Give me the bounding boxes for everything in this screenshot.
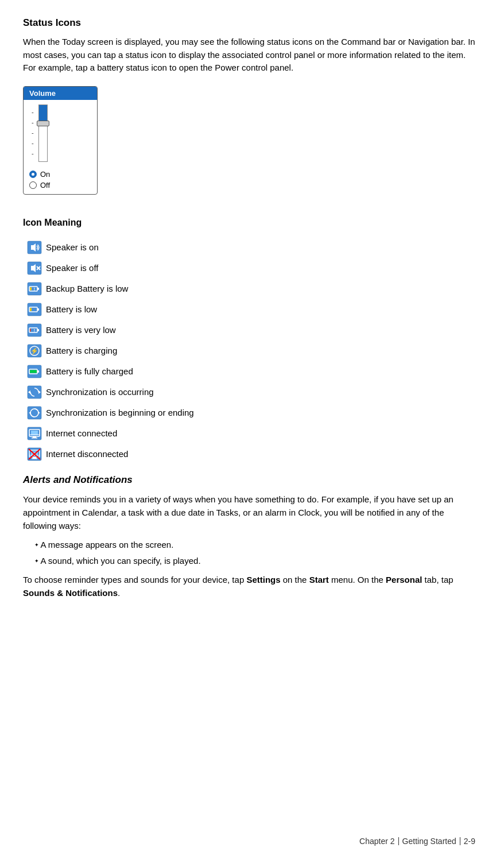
svg-rect-43 <box>33 457 36 458</box>
footer: Chapter 2 Getting Started 2-9 <box>359 837 475 846</box>
svg-text:⚡: ⚡ <box>30 347 38 355</box>
tick: - <box>32 130 34 136</box>
icon-row-speaker-on: Speaker is on <box>23 237 475 258</box>
radio-on-circle[interactable] <box>29 171 37 178</box>
radio-off[interactable]: Off <box>29 181 50 189</box>
tick: - <box>32 119 34 126</box>
settings-bold: Settings <box>246 575 280 585</box>
svg-rect-9 <box>30 287 32 290</box>
alerts-title: Alerts and Notifications <box>23 474 475 486</box>
backup-battery-low-label: Backup Battery is low <box>46 282 128 295</box>
icon-row-battery-charging: ⚡ Battery is charging <box>23 340 475 361</box>
internet-disconnected-icon <box>23 447 46 461</box>
internet-connected-label: Internet connected <box>46 427 117 439</box>
icon-row-battery-low: Battery is low <box>23 299 475 320</box>
svg-text:!: ! <box>34 287 35 291</box>
backup-battery-low-icon: ! <box>23 282 46 296</box>
svg-rect-25 <box>37 370 39 373</box>
volume-slider-track[interactable] <box>38 105 48 162</box>
battery-low-icon <box>23 303 46 316</box>
icon-row-backup-battery-low: ! Backup Battery is low <box>23 278 475 299</box>
tick-marks: - - - - - <box>32 105 34 162</box>
radio-off-circle[interactable] <box>29 181 37 189</box>
battery-charging-icon: ⚡ <box>23 344 46 358</box>
sync-occurring-label: Synchronization is occurring <box>46 386 154 398</box>
slider-handle[interactable] <box>37 121 49 126</box>
icon-list: Speaker is on Speaker is off ! Backup Ba… <box>23 237 475 465</box>
battery-full-icon <box>23 365 46 378</box>
internet-connected-icon <box>23 427 46 440</box>
bullet-1: A message appears on the screen. <box>34 538 475 551</box>
sync-begin-end-icon <box>23 406 46 420</box>
svg-text:!: ! <box>34 328 35 332</box>
speaker-off-label: Speaker is off <box>46 262 98 274</box>
battery-very-low-icon: ! <box>23 323 46 337</box>
volume-panel: Volume - - - - - On Off <box>23 86 98 195</box>
battery-very-low-label: Battery is very low <box>46 324 116 336</box>
svg-rect-14 <box>30 308 32 311</box>
radio-on[interactable]: On <box>29 170 50 179</box>
battery-charging-label: Battery is charging <box>46 345 117 357</box>
svg-rect-44 <box>32 458 37 459</box>
page-title: Status Icons <box>23 17 475 29</box>
bullet-2: A sound, which you can specify, is playe… <box>34 554 475 567</box>
icon-row-sync-occurring: Synchronization is occurring <box>23 382 475 403</box>
icon-row-speaker-off: Speaker is off <box>23 258 475 278</box>
speaker-off-icon <box>23 261 46 275</box>
sounds-bold: Sounds & Notifications <box>23 588 118 598</box>
tick: - <box>32 109 34 115</box>
sync-begin-end-label: Synchronization is beginning or ending <box>46 407 194 419</box>
sync-occurring-icon <box>23 385 46 399</box>
slider-fill <box>39 105 47 122</box>
svg-rect-26 <box>30 370 37 373</box>
footer-divider <box>398 837 399 845</box>
icon-row-sync-begin-end: Synchronization is beginning or ending <box>23 403 475 423</box>
radio-group: On Off <box>29 170 50 189</box>
tick: - <box>32 150 34 157</box>
icon-row-battery-full: Battery is fully charged <box>23 361 475 382</box>
start-bold: Start <box>309 575 329 585</box>
alerts-body2: To choose reminder types and sounds for … <box>23 573 475 600</box>
alerts-body1: Your device reminds you in a variety of … <box>23 493 475 533</box>
svg-rect-37 <box>33 436 36 438</box>
footer-divider2 <box>460 837 460 845</box>
svg-rect-17 <box>37 329 39 331</box>
speaker-on-label: Speaker is on <box>46 241 99 253</box>
internet-disconnected-label: Internet disconnected <box>46 448 128 460</box>
speaker-on-icon <box>23 241 46 254</box>
volume-title: Volume <box>24 87 97 100</box>
icon-row-internet-disconnected: Internet disconnected <box>23 444 475 465</box>
radio-off-label: Off <box>40 181 50 189</box>
footer-chapter: Chapter 2 <box>359 837 394 846</box>
footer-section: Getting Started <box>402 837 456 846</box>
radio-on-label: On <box>40 170 50 179</box>
svg-rect-13 <box>37 308 39 311</box>
personal-bold: Personal <box>386 575 422 585</box>
svg-rect-38 <box>32 438 37 439</box>
svg-rect-8 <box>37 288 39 290</box>
icon-meaning-title: Icon Meaning <box>23 218 475 228</box>
icon-row-internet-connected: Internet connected <box>23 423 475 444</box>
alerts-bullets: A message appears on the screen. A sound… <box>34 538 475 567</box>
tick: - <box>32 140 34 146</box>
intro-paragraph: When the Today screen is displayed, you … <box>23 36 475 75</box>
battery-full-label: Battery is fully charged <box>46 365 133 377</box>
footer-page: 2-9 <box>464 837 475 846</box>
icon-row-battery-very-low: ! Battery is very low <box>23 320 475 340</box>
svg-rect-18 <box>30 328 31 331</box>
battery-low-label: Battery is low <box>46 303 97 315</box>
